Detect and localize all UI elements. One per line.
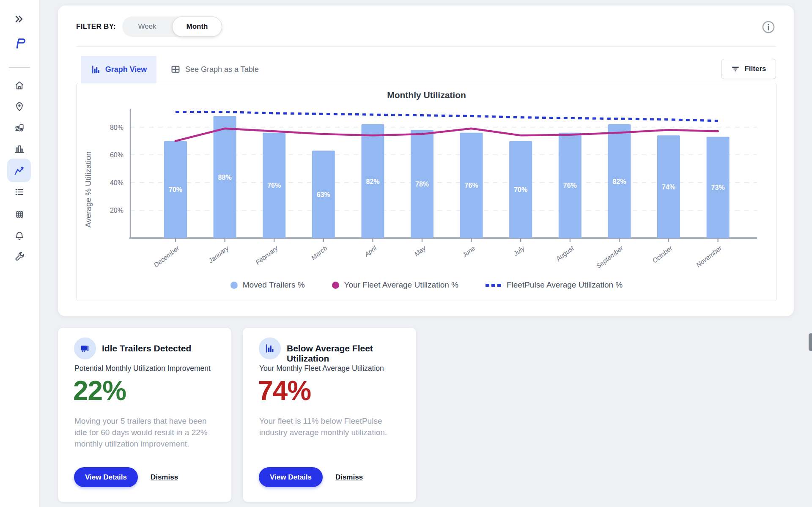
tab-see-graph-as-table[interactable]: See Graph as a Table [165, 56, 265, 83]
locations-pin-icon[interactable] [14, 101, 25, 112]
line-chart-icon [14, 165, 25, 176]
insight-body: Moving your 5 trailers that have been id… [74, 416, 214, 450]
svg-text:88%: 88% [218, 174, 232, 181]
table-view-icon [170, 64, 181, 74]
svg-text:August: August [554, 244, 576, 263]
legend-fleetpulse-average[interactable]: FleetPulse Average Utilization % [486, 280, 623, 290]
list-icon[interactable] [14, 186, 25, 197]
insight-value: 22% [73, 375, 126, 406]
bar-chart-icon [265, 343, 275, 354]
toggle-month-button[interactable]: Month [172, 16, 222, 37]
svg-text:Average % Utilization: Average % Utilization [84, 151, 93, 227]
svg-text:September: September [595, 244, 625, 270]
fleetpulse-logo [13, 36, 26, 50]
legend-moved-trailers[interactable]: Moved Trailers % [230, 280, 305, 290]
sidebar-item-utilization-active[interactable] [7, 159, 31, 182]
insight-subtitle: Potential Monthly Utilization Improvemen… [74, 364, 211, 373]
yard-fence-icon[interactable] [14, 208, 25, 219]
svg-text:82%: 82% [366, 178, 379, 185]
utilization-chart: 20%40%60%80%Average % Utilization70%Dece… [77, 103, 776, 280]
info-icon[interactable] [761, 20, 776, 34]
home-icon[interactable] [14, 80, 25, 91]
insight-card-idle-trailers: Idle Trailers Detected Potential Monthly… [58, 328, 231, 502]
svg-text:82%: 82% [612, 178, 626, 185]
vertical-scrollbar-thumb[interactable] [809, 333, 812, 351]
freight-trailer-icon[interactable] [14, 122, 25, 133]
sidebar-divider [9, 67, 30, 68]
svg-text:76%: 76% [465, 182, 478, 189]
svg-text:78%: 78% [415, 181, 429, 188]
svg-text:April: April [363, 244, 378, 258]
toggle-week-button[interactable]: Week [122, 16, 172, 37]
svg-text:January: January [207, 244, 230, 265]
filter-icon [731, 64, 740, 74]
svg-text:June: June [461, 244, 477, 259]
dismiss-link[interactable]: Dismiss [151, 473, 178, 482]
legend-your-fleet-average[interactable]: Your Fleet Average Utilization % [332, 280, 458, 290]
period-toggle: Week Month [122, 16, 222, 37]
graph-view-icon [91, 65, 101, 74]
app-root: FILTER BY: Week Month Graph View Se [0, 0, 812, 507]
svg-text:October: October [651, 244, 674, 264]
svg-text:February: February [254, 244, 280, 266]
svg-text:74%: 74% [662, 184, 675, 191]
dismiss-link[interactable]: Dismiss [335, 473, 363, 482]
chart-title: Monthly Utilization [77, 90, 776, 100]
svg-text:70%: 70% [514, 186, 527, 193]
insight-icon-circle [259, 337, 281, 359]
notifications-bell-icon[interactable] [14, 230, 25, 241]
tab-graph-view[interactable]: Graph View [81, 56, 156, 84]
svg-text:80%: 80% [110, 124, 123, 131]
svg-text:July: July [512, 244, 526, 258]
svg-text:20%: 20% [110, 207, 123, 214]
legend-label: FleetPulse Average Utilization % [507, 280, 623, 290]
tab-graph-view-label: Graph View [105, 65, 147, 74]
insight-title: Idle Trailers Detected [102, 343, 191, 354]
insight-actions: View Details Dismiss [259, 467, 363, 487]
trailer-icon [80, 343, 90, 354]
insight-title: Below Average Fleet Utilization [287, 343, 416, 364]
insight-actions: View Details Dismiss [74, 467, 178, 487]
sidebar [0, 0, 39, 507]
view-details-button[interactable]: View Details [259, 467, 323, 487]
svg-text:May: May [413, 244, 428, 258]
insight-subtitle: Your Monthly Fleet Average Utilization [259, 364, 384, 373]
insight-body: Your fleet is 11% below FleetPulse indus… [259, 416, 399, 438]
filter-by-label: FILTER BY: [76, 22, 116, 31]
insight-icon-circle [74, 337, 96, 359]
insight-card-below-average-utilization: Below Average Fleet Utilization Your Mon… [243, 328, 416, 502]
legend-swatch-bar [230, 282, 238, 289]
svg-text:76%: 76% [267, 182, 281, 189]
svg-text:November: November [695, 244, 723, 269]
legend-label: Moved Trailers % [243, 280, 305, 290]
filters-button[interactable]: Filters [721, 59, 776, 79]
svg-text:60%: 60% [110, 151, 123, 159]
filters-button-label: Filters [744, 65, 766, 73]
view-details-button[interactable]: View Details [74, 467, 138, 487]
chart-legend: Moved Trailers % Your Fleet Average Util… [77, 280, 776, 290]
maintenance-wrench-icon[interactable] [14, 251, 25, 262]
bar-chart-nav-icon[interactable] [14, 143, 25, 154]
header-divider [76, 46, 776, 47]
insight-value: 74% [258, 375, 311, 406]
svg-text:73%: 73% [711, 184, 725, 191]
legend-swatch-line [332, 282, 339, 289]
svg-text:70%: 70% [169, 186, 182, 193]
expand-sidebar-icon[interactable] [14, 14, 25, 25]
utilization-chart-card: Monthly Utilization 20%40%60%80%Average … [76, 83, 777, 301]
tab-table-label: See Graph as a Table [185, 65, 259, 74]
svg-text:March: March [310, 244, 328, 261]
svg-text:December: December [152, 244, 181, 269]
svg-text:40%: 40% [110, 179, 123, 186]
svg-text:76%: 76% [563, 182, 577, 189]
legend-label: Your Fleet Average Utilization % [344, 280, 458, 290]
utilization-panel: FILTER BY: Week Month Graph View Se [58, 5, 794, 316]
legend-swatch-dashed [486, 284, 502, 287]
svg-text:63%: 63% [317, 191, 330, 198]
